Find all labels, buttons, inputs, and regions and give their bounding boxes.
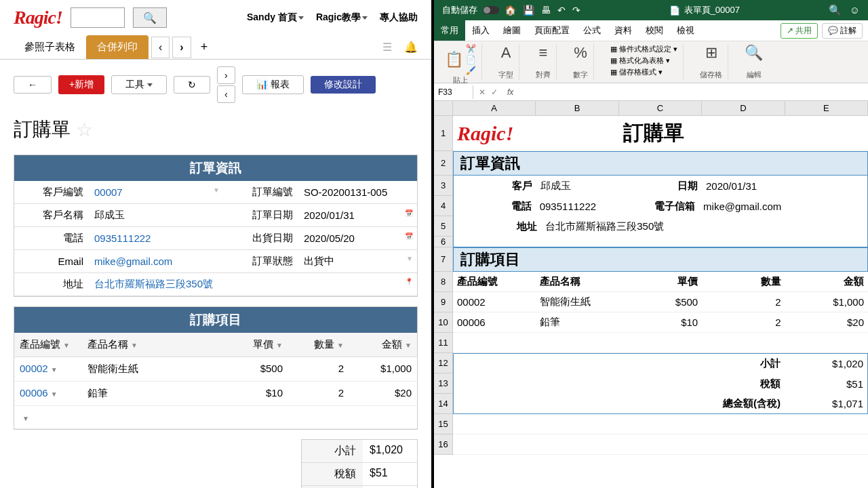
tab-insert[interactable]: 插入 <box>465 20 496 41</box>
row-hdr[interactable]: 6 <box>434 237 453 247</box>
cell[interactable]: 金額 <box>785 275 868 288</box>
cell[interactable]: 台北市羅斯福路三段350號 <box>541 220 867 233</box>
tab-next[interactable]: › <box>172 37 191 58</box>
cell[interactable]: 訂單資訊 <box>458 153 520 174</box>
font-icon[interactable]: A <box>501 44 511 62</box>
autosave-toggle[interactable] <box>483 6 499 14</box>
cell[interactable]: 邱成玉 <box>536 180 619 192</box>
val-custid[interactable]: 00007▼ <box>89 182 224 203</box>
col-price[interactable]: 單價▼ <box>214 333 288 357</box>
new-button[interactable]: +新增 <box>58 75 104 94</box>
tab-merge[interactable]: 合併列印 <box>86 35 149 59</box>
print-icon[interactable]: 🖶 <box>541 5 551 16</box>
row-hdr[interactable]: 9 <box>434 292 453 312</box>
paste-icon[interactable]: 📋 <box>445 51 463 68</box>
cell[interactable]: 產品編號 <box>453 275 536 288</box>
cell[interactable]: mike@gmail.com <box>699 201 785 212</box>
val-status[interactable]: 出貨中▼ <box>298 250 417 272</box>
cell[interactable]: 日期 <box>619 180 702 192</box>
row-hdr[interactable]: 12 <box>434 353 453 373</box>
bell-icon[interactable]: 🔔 <box>404 41 418 54</box>
cell[interactable]: 稅額 <box>702 378 785 390</box>
col-c[interactable]: C <box>619 101 702 115</box>
cells-icon[interactable]: ⊞ <box>705 44 717 62</box>
row-hdr[interactable]: 16 <box>434 434 453 455</box>
cell[interactable]: $20 <box>785 317 868 328</box>
tab-add[interactable]: + <box>194 36 215 58</box>
select-all[interactable] <box>434 101 453 115</box>
col-a[interactable]: A <box>453 101 536 115</box>
copy-icon[interactable]: 📄 <box>466 55 476 64</box>
cell[interactable]: 鉛筆 <box>536 316 618 329</box>
cell[interactable]: 總金額(含稅) <box>702 397 785 410</box>
col-d[interactable]: D <box>702 101 785 115</box>
page-prev[interactable]: ‹ <box>217 85 235 103</box>
nav-help[interactable]: 專人協助 <box>380 12 418 24</box>
search-input[interactable] <box>71 7 125 28</box>
row-hdr[interactable]: 2 <box>434 151 453 176</box>
row-hdr[interactable]: 7 <box>434 247 453 272</box>
comment-button[interactable]: 💬 註解 <box>822 23 863 39</box>
cell[interactable]: 單價 <box>619 275 702 288</box>
col-e[interactable]: E <box>785 101 868 115</box>
cell[interactable]: 00002 <box>453 296 536 308</box>
row-hdr[interactable]: 14 <box>434 394 453 414</box>
val-custname[interactable]: 邱成玉 <box>89 204 224 226</box>
report-button[interactable]: 📊 報表 <box>242 75 304 94</box>
refresh-button[interactable]: ↻ <box>174 76 210 94</box>
tab-layout[interactable]: 頁面配置 <box>528 20 576 41</box>
smile-icon[interactable]: ☺ <box>850 4 860 16</box>
cell[interactable]: 2 <box>702 317 785 328</box>
tools-button[interactable]: 工具 <box>111 75 167 94</box>
formula-input[interactable] <box>517 87 868 97</box>
cell[interactable]: 2 <box>702 296 785 308</box>
tab-draw[interactable]: 繪圖 <box>496 20 528 41</box>
cell[interactable]: $10 <box>619 317 702 328</box>
cell[interactable]: 智能衛生紙 <box>536 296 618 308</box>
nav-user[interactable]: Sandy 首頁 <box>247 12 304 24</box>
tab-home[interactable]: 常用 <box>434 20 465 41</box>
percent-icon[interactable]: % <box>574 44 587 62</box>
cell[interactable]: 訂購項目 <box>458 249 520 270</box>
share-button[interactable]: ↗ 共用 <box>781 23 818 39</box>
cell[interactable]: $51 <box>785 378 867 390</box>
brush-icon[interactable]: 🖌️ <box>466 66 476 75</box>
cell-style[interactable]: ▦ 儲存格樣式 ▾ <box>610 67 677 77</box>
redo-icon[interactable]: ↷ <box>572 5 580 16</box>
cell[interactable]: $1,020 <box>785 358 867 369</box>
cut-icon[interactable]: ✂️ <box>466 44 476 54</box>
col-qty[interactable]: 數量▼ <box>288 333 349 357</box>
cell[interactable]: 數量 <box>702 275 785 288</box>
search-icon[interactable]: 🔍 <box>829 4 842 16</box>
check-icon[interactable]: ✓ <box>491 87 498 97</box>
list-icon[interactable]: ☰ <box>382 41 392 54</box>
row-hdr[interactable]: 1 <box>434 116 453 151</box>
val-orderid[interactable]: SO-20200131-005 <box>298 182 417 203</box>
row-hdr[interactable]: 10 <box>434 312 453 333</box>
cell[interactable]: 0935111222 <box>536 201 618 212</box>
back-button[interactable]: ← <box>14 76 52 94</box>
tab-data[interactable]: 資料 <box>608 20 639 41</box>
val-phone[interactable]: 0935111222 <box>89 228 224 249</box>
star-icon[interactable]: ☆ <box>76 119 93 141</box>
cell[interactable]: 00006 <box>453 317 536 328</box>
row-hdr[interactable]: 5 <box>434 216 453 237</box>
cell[interactable]: 電子信箱 <box>617 200 699 213</box>
col-amt[interactable]: 金額▼ <box>349 333 417 357</box>
row-hdr[interactable]: 3 <box>434 176 453 196</box>
page-next[interactable]: › <box>217 66 235 84</box>
cell[interactable]: 客戶 <box>454 180 536 192</box>
name-box[interactable]: F33 <box>434 85 473 99</box>
cell[interactable]: 產品名稱 <box>536 275 618 288</box>
col-b[interactable]: B <box>536 101 618 115</box>
cell[interactable]: 電話 <box>454 200 536 213</box>
tab-ref[interactable]: 參照子表格 <box>14 35 86 59</box>
nav-tutorial[interactable]: Ragic教學 <box>316 12 368 24</box>
col-pid[interactable]: 產品編號▼ <box>14 333 82 357</box>
find-icon[interactable]: 🔍 <box>745 44 763 62</box>
cells-area[interactable]: Ragic!訂購單 訂單資訊 客戶邱成玉日期2020/01/31 電話09351… <box>453 116 868 455</box>
align-icon[interactable]: ≡ <box>539 44 548 62</box>
search-button[interactable]: 🔍 <box>133 7 167 28</box>
table-format[interactable]: ▦ 格式化為表格 ▾ <box>610 56 677 66</box>
cell[interactable]: $500 <box>619 296 702 308</box>
